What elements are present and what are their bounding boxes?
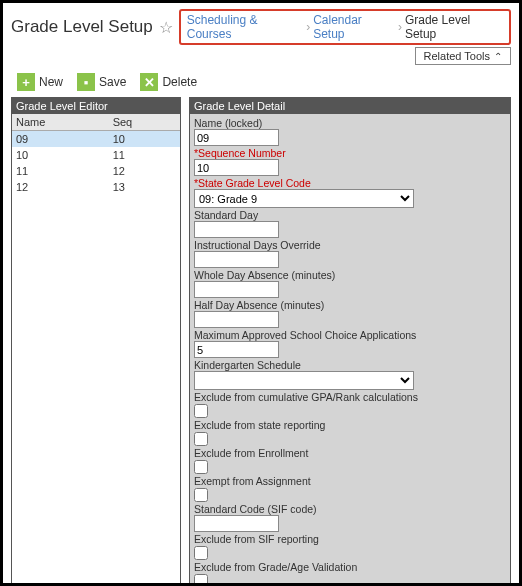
standard-day-input[interactable] [194, 221, 279, 238]
chevron-right-icon: › [306, 20, 310, 34]
seq-input[interactable] [194, 159, 279, 176]
page-title: Grade Level Setup [11, 17, 153, 37]
cell-seq: 12 [109, 163, 180, 179]
name-input[interactable] [194, 129, 279, 146]
exempt-assign-label: Exempt from Assignment [194, 475, 506, 487]
max-apps-label: Maximum Approved School Choice Applicati… [194, 329, 506, 341]
excl-state-checkbox[interactable] [194, 432, 208, 446]
breadcrumb-current: Grade Level Setup [405, 13, 503, 41]
toolbar: + New ▪ Save ✕ Delete [11, 71, 511, 93]
cell-name: 09 [12, 131, 109, 148]
cell-name: 12 [12, 179, 109, 195]
col-seq[interactable]: Seq [109, 114, 180, 131]
delete-icon: ✕ [140, 73, 158, 91]
cell-seq: 11 [109, 147, 180, 163]
chevron-right-icon: › [398, 20, 402, 34]
max-apps-input[interactable] [194, 341, 279, 358]
excl-sif-checkbox[interactable] [194, 546, 208, 560]
save-icon: ▪ [77, 73, 95, 91]
cell-name: 10 [12, 147, 109, 163]
new-label: New [39, 75, 63, 89]
breadcrumb-item[interactable]: Scheduling & Courses [187, 13, 303, 41]
plus-icon: + [17, 73, 35, 91]
excl-enroll-label: Exclude from Enrollment [194, 447, 506, 459]
excl-state-label: Exclude from state reporting [194, 419, 506, 431]
related-tools-button[interactable]: Related Tools ⌃ [415, 47, 511, 65]
excl-enroll-checkbox[interactable] [194, 460, 208, 474]
half-day-label: Half Day Absence (minutes) [194, 299, 506, 311]
breadcrumb: Scheduling & Courses › Calendar Setup › … [179, 9, 511, 45]
grade-level-table: Name Seq 0910101111121213 [12, 114, 180, 195]
excl-gpa-label: Exclude from cumulative GPA/Rank calcula… [194, 391, 506, 403]
cell-seq: 10 [109, 131, 180, 148]
seq-label: *Sequence Number [194, 147, 506, 159]
exempt-assign-checkbox[interactable] [194, 488, 208, 502]
kinder-select[interactable] [194, 371, 414, 390]
grade-level-editor-panel: Grade Level Editor Name Seq 091010111112… [11, 97, 181, 586]
half-day-input[interactable] [194, 311, 279, 328]
favorite-star-icon[interactable]: ☆ [159, 18, 173, 37]
table-row[interactable]: 0910 [12, 131, 180, 148]
state-code-select[interactable]: 09: Grade 9 [194, 189, 414, 208]
instr-days-label: Instructional Days Override [194, 239, 506, 251]
table-row[interactable]: 1112 [12, 163, 180, 179]
excl-gradeage-checkbox[interactable] [194, 574, 208, 586]
grade-level-detail-panel: Grade Level Detail Name (locked) *Sequen… [189, 97, 511, 586]
cell-name: 11 [12, 163, 109, 179]
standard-day-label: Standard Day [194, 209, 506, 221]
excl-gpa-checkbox[interactable] [194, 404, 208, 418]
delete-label: Delete [162, 75, 197, 89]
delete-button[interactable]: ✕ Delete [134, 71, 203, 93]
excl-gradeage-label: Exclude from Grade/Age Validation [194, 561, 506, 573]
save-button[interactable]: ▪ Save [71, 71, 132, 93]
instr-days-input[interactable] [194, 251, 279, 268]
name-label: Name (locked) [194, 117, 506, 129]
cell-seq: 13 [109, 179, 180, 195]
table-row[interactable]: 1213 [12, 179, 180, 195]
new-button[interactable]: + New [11, 71, 69, 93]
sif-code-label: Standard Code (SIF code) [194, 503, 506, 515]
chevron-up-icon: ⌃ [494, 51, 502, 62]
excl-sif-label: Exclude from SIF reporting [194, 533, 506, 545]
whole-day-input[interactable] [194, 281, 279, 298]
breadcrumb-item[interactable]: Calendar Setup [313, 13, 395, 41]
whole-day-label: Whole Day Absence (minutes) [194, 269, 506, 281]
state-code-label: *State Grade Level Code [194, 177, 506, 189]
col-name[interactable]: Name [12, 114, 109, 131]
sif-code-input[interactable] [194, 515, 279, 532]
related-tools-label: Related Tools [424, 50, 490, 62]
save-label: Save [99, 75, 126, 89]
detail-header: Grade Level Detail [190, 98, 510, 114]
kinder-label: Kindergarten Schedule [194, 359, 506, 371]
table-row[interactable]: 1011 [12, 147, 180, 163]
editor-header: Grade Level Editor [12, 98, 180, 114]
